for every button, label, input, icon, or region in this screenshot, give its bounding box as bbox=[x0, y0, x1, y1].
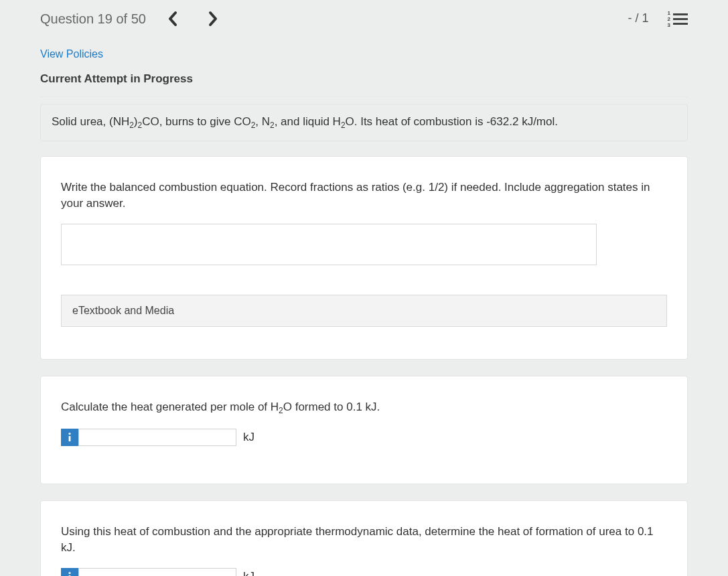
part-card-2: Calculate the heat generated per mole of… bbox=[40, 376, 688, 484]
view-policies-link[interactable]: View Policies bbox=[40, 48, 103, 60]
part1-prompt: Write the balanced combustion equation. … bbox=[61, 179, 667, 212]
info-icon bbox=[67, 571, 72, 576]
info-button[interactable] bbox=[61, 429, 78, 446]
svg-rect-1 bbox=[69, 436, 71, 441]
part2-prompt: Calculate the heat generated per mole of… bbox=[61, 399, 667, 417]
unit-label: kJ bbox=[243, 569, 254, 576]
unit-label: kJ bbox=[243, 429, 254, 445]
svg-point-0 bbox=[68, 433, 70, 435]
score-display: - / 1 bbox=[628, 10, 649, 27]
info-button[interactable] bbox=[61, 568, 78, 576]
part-card-1: Write the balanced combustion equation. … bbox=[40, 156, 688, 360]
part-card-3: Using this heat of combustion and the ap… bbox=[40, 500, 688, 576]
part3-prompt: Using this heat of combustion and the ap… bbox=[61, 524, 667, 556]
chevron-left-icon bbox=[167, 11, 178, 27]
next-question-button[interactable] bbox=[205, 11, 221, 27]
etextbook-media-button[interactable]: eTextbook and Media bbox=[61, 295, 667, 327]
heat-of-formation-input[interactable] bbox=[78, 568, 236, 576]
question-statement: Solid urea, (NH2)2CO, burns to give CO2,… bbox=[40, 104, 688, 141]
info-icon bbox=[67, 432, 72, 443]
svg-point-2 bbox=[68, 572, 70, 574]
heat-per-mole-input[interactable] bbox=[78, 429, 236, 446]
chevron-right-icon bbox=[208, 11, 218, 27]
prev-question-button[interactable] bbox=[165, 11, 181, 27]
equation-input[interactable] bbox=[61, 224, 597, 265]
list-numbers-icon: 123 bbox=[668, 10, 670, 28]
hamburger-icon bbox=[673, 13, 688, 25]
top-bar: Question 19 of 50 - / 1 123 bbox=[40, 0, 688, 40]
attempt-status: Current Attempt in Progress bbox=[40, 67, 688, 97]
question-list-button[interactable]: 123 bbox=[668, 10, 688, 28]
meta-block: View Policies Current Attempt in Progres… bbox=[40, 40, 688, 97]
question-counter: Question 19 of 50 bbox=[40, 9, 146, 28]
